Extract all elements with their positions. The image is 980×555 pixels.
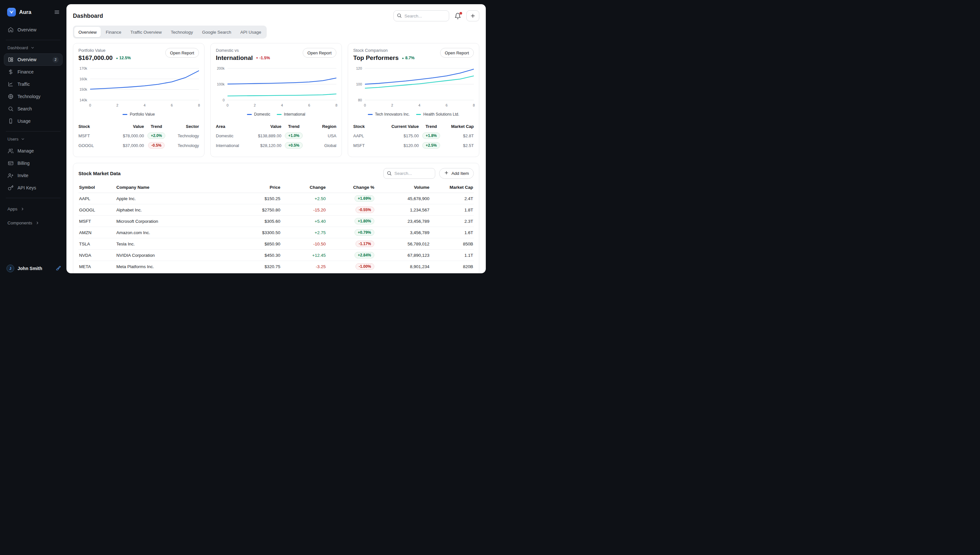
- chart-legend: Tech Innovators Inc.Health Solutions Ltd…: [353, 111, 474, 117]
- chevron-down-icon: [21, 137, 25, 141]
- tab-traffic-overview[interactable]: Traffic Overview: [126, 27, 166, 37]
- cell-market-cap: 1.1T: [430, 253, 474, 258]
- cell-change-pct: -1.00%: [326, 263, 375, 270]
- sidebar-item-overview[interactable]: Overview: [4, 24, 63, 36]
- market-table-header: SymbolCompany NamePriceChangeChange %Vol…: [79, 182, 474, 193]
- sidebar-link-apps[interactable]: Apps: [4, 202, 63, 216]
- menu-icon[interactable]: [54, 9, 60, 15]
- x-tick-label: 4: [281, 103, 283, 107]
- cell-market-cap: 1.8T: [430, 208, 474, 212]
- trend-pill: +1.0%: [285, 132, 303, 139]
- plus-icon: [444, 170, 449, 175]
- sidebar-divider: [6, 198, 61, 198]
- market-searchbox: [383, 168, 435, 179]
- sidebar-section-users[interactable]: Users: [4, 135, 63, 145]
- sidebar-item-overview[interactable]: Overview2: [4, 53, 63, 66]
- cell-change-pct: +1.80%: [326, 218, 375, 225]
- plus-icon: [470, 13, 476, 19]
- card-title: International: [216, 55, 253, 61]
- stat-card-0: Portfolio Value $167,000.00 ▲12.5% Open …: [73, 43, 204, 157]
- legend-swatch-icon: [368, 114, 373, 115]
- sidebar-item-finance[interactable]: Finance: [4, 66, 63, 78]
- sidebar-item-manage[interactable]: Manage: [4, 145, 63, 157]
- x-tick-label: 8: [335, 103, 337, 107]
- card-trend: ▲12.5%: [116, 56, 131, 60]
- sidebar-section-dashboard[interactable]: Dashboard: [4, 44, 63, 53]
- sidebar-divider: [6, 131, 61, 132]
- sidebar: Aura OverviewDashboardOverview2FinanceTr…: [0, 0, 66, 278]
- table-row: MSFT Microsoft Corporation $305.60 +5.40…: [79, 216, 474, 227]
- table-row: NVDA NVIDIA Corporation $450.30 +12.45 +…: [79, 250, 474, 261]
- cell-price: $850.90: [232, 242, 281, 246]
- bell-icon[interactable]: [454, 13, 461, 19]
- legend-swatch-icon: [122, 114, 127, 115]
- tab-google-search[interactable]: Google Search: [198, 27, 235, 37]
- cell-price: $150.25: [232, 196, 281, 201]
- user-row[interactable]: J John Smith: [6, 265, 61, 272]
- avatar: J: [6, 265, 14, 272]
- open-report-button[interactable]: Open Report: [440, 48, 474, 58]
- cell-market-cap: 1.6T: [430, 230, 474, 235]
- cell-price: $305.60: [232, 219, 281, 224]
- tab-api-usage[interactable]: API Usage: [236, 27, 266, 37]
- x-tick-label: 6: [171, 103, 173, 107]
- cell-volume: 23,456,789: [375, 219, 430, 224]
- cell-company: Amazon.com Inc.: [116, 230, 232, 235]
- trend-pill: +1.69%: [354, 195, 374, 202]
- cell-company: Apple Inc.: [116, 196, 232, 201]
- plus-icon: [444, 170, 449, 176]
- chart-legend: Portfolio Value: [79, 111, 199, 117]
- sidebar-link-components[interactable]: Components: [4, 216, 63, 230]
- sidebar-item-technology[interactable]: Technology: [4, 90, 63, 103]
- legend-item: Domestic: [247, 111, 270, 117]
- trend-pill: +1.80%: [354, 218, 374, 225]
- cell-market-cap: 2.4T: [430, 196, 474, 201]
- sidebar-item-api-keys[interactable]: API Keys: [4, 182, 63, 194]
- logo-row: Aura: [0, 0, 66, 16]
- trend-pill: -1.00%: [356, 263, 374, 270]
- chevron-right-icon: [21, 207, 25, 211]
- tab-finance[interactable]: Finance: [101, 27, 126, 37]
- trend-pill: -1.17%: [356, 241, 374, 247]
- triangle-up-icon: ▲: [402, 57, 404, 59]
- sidebar-divider: [6, 40, 61, 40]
- tab-technology[interactable]: Technology: [167, 27, 197, 37]
- table-row: AMZN Amazon.com Inc. $3300.50 +2.75 +0.7…: [79, 227, 474, 238]
- credit-card-icon: [8, 160, 14, 166]
- home-icon: [8, 27, 14, 33]
- tab-overview[interactable]: Overview: [74, 27, 101, 37]
- paintbrush-icon[interactable]: [55, 266, 61, 272]
- cell-volume: 45,678,900: [375, 196, 430, 201]
- sidebar-item-invite[interactable]: Invite: [4, 169, 63, 182]
- open-report-button[interactable]: Open Report: [303, 48, 336, 58]
- cell-symbol: MSFT: [79, 219, 116, 224]
- page-title: Dashboard: [73, 13, 103, 19]
- header-searchbox: [393, 10, 449, 21]
- x-tick-label: 2: [391, 103, 393, 107]
- cell-volume: 8,901,234: [375, 264, 430, 269]
- sidebar-item-traffic[interactable]: Traffic: [4, 78, 63, 90]
- triangle-up-icon: ▲: [116, 57, 118, 59]
- card-trend: ▼-1.5%: [256, 56, 270, 60]
- add-button[interactable]: [466, 10, 479, 21]
- panel-header: Dashboard: [73, 10, 479, 22]
- sidebar-item-usage[interactable]: Usage: [4, 115, 63, 127]
- y-tick-label: 100: [356, 82, 362, 86]
- market-title: Stock Market Data: [79, 171, 121, 176]
- card-table-row: International$28,120.00+0.5%Global: [216, 141, 336, 150]
- card-table: AreaValueTrendRegionDomestic$138,889.00+…: [216, 122, 336, 150]
- chevron-right-icon: [35, 221, 40, 225]
- sidebar-item-search[interactable]: Search: [4, 103, 63, 115]
- user-name: John Smith: [18, 266, 52, 271]
- card-trend: ▲8.7%: [402, 56, 415, 60]
- sidebar-item-billing[interactable]: Billing: [4, 157, 63, 169]
- x-tick-label: 6: [308, 103, 310, 107]
- y-tick-label: 0: [223, 98, 225, 102]
- cell-company: Alphabet Inc.: [116, 208, 232, 212]
- open-report-button[interactable]: Open Report: [165, 48, 199, 58]
- cell-change-pct: +2.84%: [326, 252, 375, 258]
- legend-item: Tech Innovators Inc.: [368, 111, 410, 117]
- add-item-button[interactable]: Add Item: [439, 168, 474, 179]
- search-icon: [386, 171, 392, 176]
- users-icon: [8, 148, 14, 154]
